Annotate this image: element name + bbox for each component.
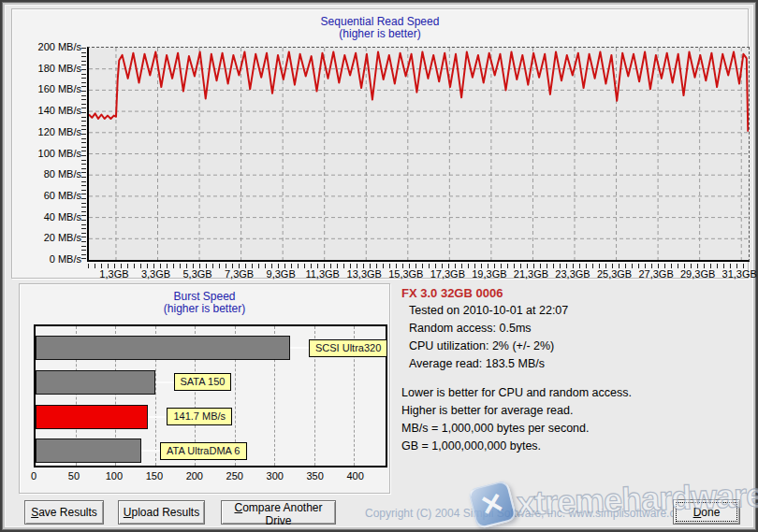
burst-x-tick-label: 0 xyxy=(31,470,36,482)
burst-x-tick-label: 100 xyxy=(106,470,123,482)
y-tick-label: 160 MB/s xyxy=(38,83,81,94)
x-tick-label: 1,3GB xyxy=(99,268,128,280)
y-tick-label: 140 MB/s xyxy=(38,105,81,116)
burst-chart-subtitle: (higher is better) xyxy=(20,303,389,315)
burst-x-tick-label: 250 xyxy=(226,470,243,482)
x-tick-label: 11,3GB xyxy=(305,268,340,280)
burst-speed-plot: SCSI Ultra320SATA 150141.7 MB/sATA Ultra… xyxy=(34,324,387,467)
burst-bar xyxy=(36,405,148,429)
x-tick-label: 9,3GB xyxy=(267,268,296,280)
copyright-text: Copyright (C) 2004 Simpli Software, Inc.… xyxy=(365,507,691,520)
bar-label-connector xyxy=(148,416,167,418)
sequential-x-axis-labels: 1,3GB3,3GB5,3GB7,3GB9,3GB11,3GB13,3GB15,… xyxy=(87,268,750,281)
note-mbs-definition: MB/s = 1,000,000 bytes per second. xyxy=(401,420,750,438)
sequential-read-plot xyxy=(87,47,750,262)
x-tick-label: 5,3GB xyxy=(182,268,211,280)
drive-name: FX 3.0 32GB 0006 xyxy=(401,284,750,302)
done-label: Done xyxy=(674,506,739,519)
burst-bar-row: ATA UltraDMA 6 xyxy=(36,439,386,463)
upload-results-button[interactable]: Upload Results xyxy=(118,500,205,525)
x-tick-label: 7,3GB xyxy=(225,268,254,280)
compare-another-drive-label: Compare Another Drive xyxy=(222,501,335,527)
info-cpu-utilization: CPU utilization: 2% (+/- 2%) xyxy=(401,338,750,355)
y-tick-label: 200 MB/s xyxy=(38,41,81,52)
y-tick-label: 20 MB/s xyxy=(44,232,81,243)
x-tick-label: 27,3GB xyxy=(638,268,673,280)
sequential-y-axis-labels: 0 MB/s20 MB/s40 MB/s60 MB/s80 MB/s100 MB… xyxy=(12,47,81,262)
info-average-read: Average read: 183.5 MB/s xyxy=(401,355,750,373)
drive-info-panel: FX 3.0 32GB 0006 Tested on 2010-10-01 at… xyxy=(401,284,750,497)
info-spacer xyxy=(401,373,750,384)
x-tick-label: 21,3GB xyxy=(514,268,548,280)
burst-x-axis-labels: 050100150200250300350400 xyxy=(34,470,387,483)
sequential-read-panel: Sequential Read Speed (higher is better)… xyxy=(11,8,749,279)
bar-label-connector xyxy=(155,381,174,383)
x-tick-label: 31,3GB xyxy=(722,268,757,280)
burst-x-tick-label: 350 xyxy=(306,470,323,482)
burst-bar-label: 141.7 MB/s xyxy=(167,408,232,425)
x-tick-label: 25,3GB xyxy=(597,268,632,280)
y-tick-label: 0 MB/s xyxy=(50,253,81,265)
burst-x-tick-label: 150 xyxy=(146,470,163,482)
sequential-read-chart xyxy=(89,48,749,260)
sequential-chart-title: Sequential Read Speed xyxy=(12,15,748,28)
burst-x-tick-label: 200 xyxy=(186,470,203,482)
x-tick-label: 13,3GB xyxy=(347,268,382,280)
sequential-chart-subtitle: (higher is better) xyxy=(12,28,748,40)
read-speed-line xyxy=(89,52,748,132)
burst-bar-label: SCSI Ultra320 xyxy=(309,339,387,357)
x-tick-label: 19,3GB xyxy=(472,268,506,280)
burst-x-tick-label: 50 xyxy=(68,470,80,482)
hdtach-window: Sequential Read Speed (higher is better)… xyxy=(0,0,758,532)
info-tested-on: Tested on 2010-10-01 at 22:07 xyxy=(401,302,750,320)
x-tick-label: 29,3GB xyxy=(680,268,715,280)
save-results-label: Save Results xyxy=(25,506,103,519)
y-tick-label: 40 MB/s xyxy=(44,211,81,223)
done-button[interactable]: Done xyxy=(673,499,740,525)
save-results-button[interactable]: Save Results xyxy=(24,500,104,525)
y-tick-label: 120 MB/s xyxy=(38,126,81,137)
x-tick-label: 23,3GB xyxy=(555,268,590,280)
y-tick-label: 80 MB/s xyxy=(44,168,81,180)
burst-bar-row: SATA 150 xyxy=(36,370,386,395)
x-tick-label: 3,3GB xyxy=(141,268,170,280)
burst-chart-title: Burst Speed xyxy=(20,290,389,303)
burst-bar-row: 141.7 MB/s xyxy=(36,405,386,429)
info-random-access: Random access: 0.5ms xyxy=(401,320,750,338)
note-higher-better: Higher is better for average read. xyxy=(401,402,750,420)
y-tick-label: 60 MB/s xyxy=(44,190,81,201)
upload-results-label: Upload Results xyxy=(119,506,204,519)
x-tick-label: 15,3GB xyxy=(388,268,423,280)
burst-bar xyxy=(36,370,155,395)
x-tick-label: 17,3GB xyxy=(430,268,465,280)
burst-bar-label: SATA 150 xyxy=(174,373,232,391)
y-tick-label: 100 MB/s xyxy=(38,148,81,159)
burst-bar-row: SCSI Ultra320 xyxy=(36,336,386,360)
compare-another-drive-button[interactable]: Compare Another Drive xyxy=(221,500,336,525)
bar-label-connector xyxy=(290,347,309,349)
burst-bar xyxy=(36,439,141,463)
burst-x-tick-label: 400 xyxy=(346,470,363,482)
burst-speed-panel: Burst Speed (higher is better) SCSI Ultr… xyxy=(19,283,390,494)
burst-x-tick-label: 300 xyxy=(267,470,284,482)
note-lower-better: Lower is better for CPU and random acces… xyxy=(401,384,750,402)
sequential-y-axis-ticks xyxy=(81,48,86,261)
y-tick-label: 180 MB/s xyxy=(38,63,81,74)
burst-bar-label: ATA UltraDMA 6 xyxy=(160,442,246,460)
note-gb-definition: GB = 1,000,000,000 bytes. xyxy=(401,438,750,455)
burst-bar xyxy=(36,336,290,360)
bar-label-connector xyxy=(141,450,160,452)
